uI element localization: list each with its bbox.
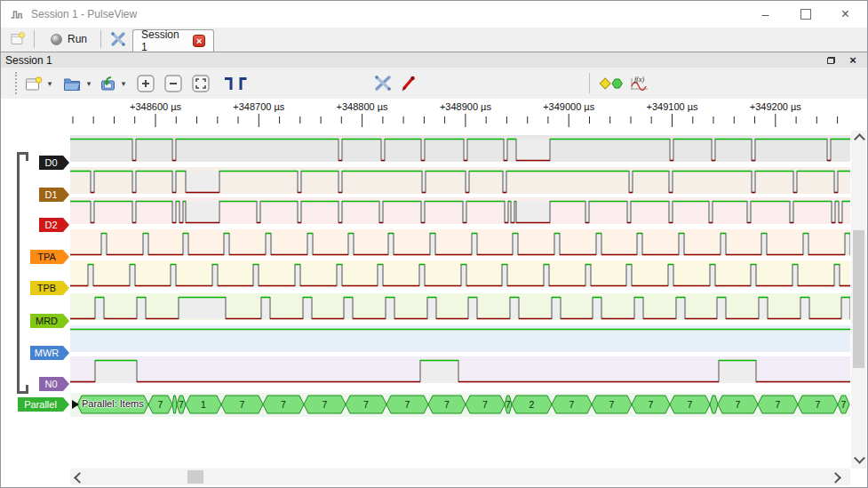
session-tab[interactable]: Session 1 × <box>132 29 214 52</box>
app-icon <box>10 7 24 21</box>
svg-text:7: 7 <box>405 399 410 410</box>
title-bar: Session 1 - PulseView – × <box>1 1 867 28</box>
svg-text:2: 2 <box>530 399 535 410</box>
channel-group-bracket[interactable] <box>17 152 28 394</box>
channel-label-tpa[interactable]: TPA <box>30 250 69 264</box>
dock-float-button[interactable] <box>824 53 838 67</box>
probe-button[interactable] <box>398 72 418 95</box>
waveform-mrd[interactable] <box>70 293 850 323</box>
zoom-in-button[interactable] <box>134 72 156 94</box>
decoder-annotations[interactable]: 77177777777277777777 <box>70 394 850 415</box>
channel-label-tpb[interactable]: TPB <box>30 281 69 295</box>
svg-text:7: 7 <box>688 399 693 410</box>
zoom-fit-icon <box>191 74 211 93</box>
window-title: Session 1 - PulseView <box>31 8 137 20</box>
minimize-button[interactable]: – <box>745 1 785 27</box>
channels-button[interactable] <box>370 72 395 95</box>
dock-close-button[interactable]: × <box>846 53 860 67</box>
channel-label-d0[interactable]: D0 <box>39 156 69 170</box>
run-label: Run <box>68 33 87 45</box>
svg-text:1: 1 <box>201 399 206 410</box>
waveform-tpa[interactable] <box>70 229 850 259</box>
channel-label-mwr[interactable]: MWR <box>30 346 69 360</box>
new-session-button[interactable] <box>23 72 44 95</box>
open-button[interactable] <box>61 72 83 95</box>
waveform-d2[interactable] <box>70 197 850 227</box>
dock-title: Session 1 <box>5 54 52 67</box>
scroll-up-button[interactable] <box>856 135 864 143</box>
svg-text:7: 7 <box>776 399 781 410</box>
svg-text:7: 7 <box>363 399 369 410</box>
new-session-icon <box>25 76 43 92</box>
zoom-in-icon <box>136 74 155 93</box>
svg-text:7: 7 <box>506 399 511 410</box>
horizontal-scrollbar[interactable] <box>70 468 850 485</box>
chevron-left-icon <box>74 472 85 484</box>
restore-session-button[interactable] <box>6 28 29 50</box>
run-button[interactable]: Run <box>41 28 96 50</box>
channel-label-n0[interactable]: N0 <box>39 377 69 391</box>
trigger-edges-icon <box>223 75 250 92</box>
save-button[interactable] <box>97 72 118 95</box>
svg-text:+348700 µs: +348700 µs <box>233 101 285 112</box>
svg-text:7: 7 <box>569 399 575 410</box>
scroll-left-button[interactable] <box>76 474 84 482</box>
zoom-fit-button[interactable] <box>189 72 211 94</box>
svg-text:f(x): f(x) <box>634 76 644 84</box>
toolbar-separator <box>34 30 35 48</box>
vertical-scrollbar[interactable] <box>851 131 866 468</box>
open-dropdown[interactable]: ▾ <box>84 72 93 95</box>
waveform-d1[interactable] <box>70 167 850 196</box>
session-tab-close-button[interactable]: × <box>193 35 205 47</box>
open-folder-icon <box>63 76 81 92</box>
vertical-scrollbar-thumb[interactable] <box>853 230 864 368</box>
session-tab-bar: Run Session 1 × <box>1 28 867 52</box>
scroll-right-button[interactable] <box>832 474 840 482</box>
waveform-d0[interactable] <box>70 135 850 164</box>
session-settings-button[interactable] <box>106 28 131 50</box>
svg-text:7: 7 <box>816 399 821 410</box>
maximize-button[interactable] <box>785 1 825 27</box>
svg-text:7: 7 <box>158 399 163 410</box>
svg-text:+348600 µs: +348600 µs <box>130 101 182 112</box>
horizontal-scrollbar-thumb[interactable] <box>187 470 203 484</box>
channel-label-d1[interactable]: D1 <box>39 188 69 202</box>
trigger-button[interactable] <box>221 72 251 95</box>
capture-toolbar: ▾ ▾ ▾ <box>1 68 867 99</box>
channels-tools-icon <box>373 75 393 92</box>
new-session-dropdown[interactable]: ▾ <box>45 72 54 95</box>
channel-label-d2[interactable]: D2 <box>39 218 69 232</box>
channel-label-mrd[interactable]: MRD <box>30 314 69 328</box>
waveform-mwr[interactable] <box>70 325 850 355</box>
zoom-out-button[interactable] <box>162 72 184 94</box>
probe-icon <box>400 75 417 92</box>
channel-label-parallel[interactable]: Parallel <box>18 397 69 412</box>
pulseview-window: Session 1 - PulseView – × Run <box>0 0 868 488</box>
waveform-tpb[interactable] <box>70 260 850 290</box>
svg-text:7: 7 <box>841 399 847 410</box>
run-state-icon <box>50 33 63 46</box>
svg-text:7: 7 <box>482 399 488 410</box>
decoder-expand-arrow[interactable] <box>72 400 79 409</box>
chevron-down-icon <box>854 452 865 464</box>
svg-text:+349100 µs: +349100 µs <box>646 101 698 112</box>
waveform-n0[interactable] <box>70 356 850 386</box>
chevron-up-icon <box>854 133 865 145</box>
svg-text:+348800 µs: +348800 µs <box>337 101 389 112</box>
toolbar-separator <box>100 30 101 48</box>
time-ruler[interactable]: +348600 µs+348700 µs+348800 µs+348900 µs… <box>70 99 850 130</box>
decoder-icon <box>598 76 623 92</box>
svg-text:7: 7 <box>240 399 245 410</box>
save-dropdown[interactable]: ▾ <box>119 72 128 95</box>
zoom-out-icon <box>163 74 183 93</box>
svg-text:7: 7 <box>281 399 286 410</box>
svg-text:7: 7 <box>444 399 450 410</box>
close-button[interactable]: × <box>825 1 865 27</box>
scroll-down-button[interactable] <box>856 454 864 462</box>
svg-text:7: 7 <box>736 399 741 410</box>
float-icon <box>827 57 835 64</box>
toolbar-drag-handle[interactable] <box>15 72 17 94</box>
decoder-row-title: Parallel: Items <box>82 398 144 409</box>
add-math-signal-button[interactable]: f(x) <box>626 72 651 95</box>
add-decoder-button[interactable] <box>596 72 625 95</box>
